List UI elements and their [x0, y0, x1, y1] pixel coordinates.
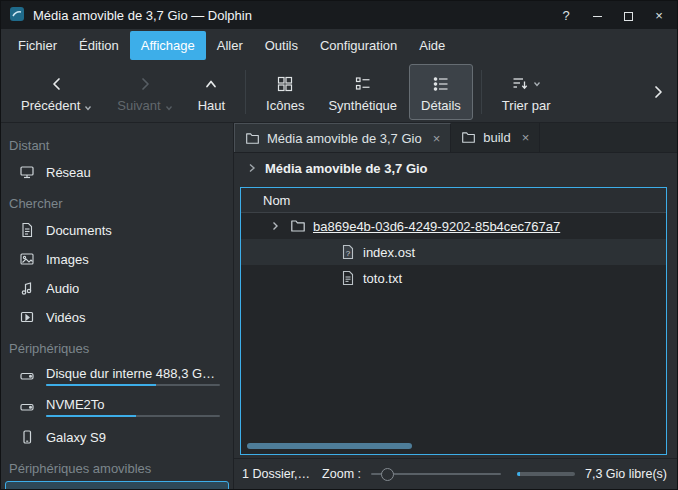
toolbar-overflow-button[interactable]	[647, 83, 669, 101]
horizontal-scrollbar[interactable]	[247, 443, 660, 449]
free-space-label: 7,3 Gio libre(s)	[585, 467, 667, 481]
eject-icon[interactable]	[207, 487, 220, 489]
sidebar-item-videos[interactable]: Vidéos	[5, 303, 229, 331]
folder-icon	[289, 218, 307, 234]
breadcrumb[interactable]: Média amovible de 3,7 Gio	[234, 153, 677, 183]
audio-icon	[18, 279, 36, 297]
menu-outils[interactable]: Outils	[254, 31, 309, 60]
dolphin-window: Média amovible de 3,7 Gio — Dolphin ? × …	[0, 0, 678, 490]
sidebar-item-images[interactable]: Images	[5, 245, 229, 273]
image-icon	[18, 250, 36, 268]
help-button[interactable]: ?	[559, 8, 573, 23]
menu-edition[interactable]: Édition	[68, 31, 130, 60]
maximize-button[interactable]	[621, 8, 635, 23]
file-row-toto-txt[interactable]: toto.txt	[241, 265, 666, 291]
tab-bar: Média amovible de 3,7 Gio × build ×	[234, 123, 677, 153]
sidebar-item-audio[interactable]: Audio	[5, 274, 229, 302]
back-button[interactable]: Précédent	[9, 64, 105, 120]
close-icon[interactable]: ×	[522, 130, 530, 145]
titlebar[interactable]: Média amovible de 3,7 Gio — Dolphin ? ×	[1, 1, 677, 29]
section-header-distant: Distant	[1, 129, 233, 157]
zoom-slider-handle[interactable]	[381, 468, 394, 481]
sidebar-item-label: Galaxy S9	[46, 430, 106, 445]
status-bar: 1 Dossier,…ers (99 o) Zoom : 7,3 Gio lib…	[234, 458, 677, 489]
toolbar-separator	[481, 70, 482, 114]
menu-affichage[interactable]: Affichage	[130, 31, 206, 60]
menu-fichier[interactable]: Fichier	[7, 31, 68, 60]
unknown-file-icon: ?	[339, 244, 357, 260]
sort-icon	[511, 75, 529, 93]
sidebar-item-documents[interactable]: Documents	[5, 216, 229, 244]
folder-icon	[245, 131, 260, 146]
expander-icon[interactable]	[267, 220, 283, 232]
menu-aide[interactable]: Aide	[408, 31, 456, 60]
minimize-icon	[593, 16, 602, 17]
forward-button[interactable]: Suivant	[105, 64, 185, 120]
column-header-nom[interactable]: Nom	[241, 188, 666, 213]
sidebar-item-label: NVME2To	[46, 397, 220, 412]
details-view-label: Détails	[421, 98, 461, 113]
maximize-icon	[624, 12, 633, 21]
folder-view[interactable]: Nom ba869e4b-03d6-4249-9202-85b4cec767a7…	[240, 187, 667, 455]
icons-view-label: Icônes	[266, 98, 304, 113]
network-icon	[18, 163, 36, 181]
sort-by-label: Trier par	[502, 98, 551, 113]
dropdown-caret-icon	[164, 103, 174, 113]
video-icon	[18, 308, 36, 326]
sidebar-item-label: Réseau	[46, 165, 91, 180]
sidebar-item-label: Audio	[46, 281, 79, 296]
chevron-right-icon	[649, 83, 667, 101]
chevron-up-icon	[202, 72, 220, 96]
dropdown-caret-icon	[532, 79, 542, 89]
document-icon	[18, 221, 36, 239]
compact-view-button[interactable]: Synthétique	[316, 64, 409, 120]
sidebar-item-nvme2to[interactable]: NVME2To	[5, 392, 229, 422]
icons-view-button[interactable]: Icônes	[254, 64, 316, 120]
phone-icon	[18, 428, 36, 446]
window-controls: ? ×	[559, 8, 669, 23]
up-label: Haut	[198, 98, 225, 113]
up-button[interactable]: Haut	[186, 64, 237, 120]
tab-media-amovible[interactable]: Média amovible de 3,7 Gio ×	[234, 123, 451, 152]
sidebar-item-disque-dur-interne[interactable]: Disque dur interne 488,3 G…	[5, 361, 229, 391]
tab-label: Média amovible de 3,7 Gio	[267, 131, 422, 146]
text-file-icon	[339, 270, 357, 286]
compact-view-icon	[354, 72, 372, 96]
menu-configuration[interactable]: Configuration	[309, 31, 408, 60]
section-header-chercher: Chercher	[1, 187, 233, 215]
chevron-right-icon	[136, 72, 154, 96]
close-button[interactable]: ×	[652, 8, 666, 23]
places-panel: Distant Réseau Chercher Documents Images	[1, 123, 234, 489]
zoom-label: Zoom :	[322, 467, 361, 481]
free-space-bar	[517, 472, 575, 476]
status-summary: 1 Dossier,…ers (99 o)	[242, 467, 312, 481]
chevron-right-icon	[246, 162, 258, 174]
file-name[interactable]: toto.txt	[363, 271, 402, 286]
sidebar-item-reseau[interactable]: Réseau	[5, 158, 229, 186]
sidebar-item-media-amovible[interactable]: Média amovible de 3,7 …	[5, 481, 229, 489]
disk-usage-bar	[46, 384, 220, 386]
section-header-peripheriques-amovibles: Périphériques amovibles	[1, 452, 233, 480]
sidebar-item-label: Disque dur interne 488,3 G…	[46, 366, 220, 381]
sidebar-item-label: Documents	[46, 223, 112, 238]
sidebar-item-galaxy-s9[interactable]: Galaxy S9	[5, 423, 229, 451]
menubar: Fichier Édition Affichage Aller Outils C…	[1, 29, 677, 62]
menu-aller[interactable]: Aller	[206, 31, 254, 60]
minimize-button[interactable]	[590, 8, 604, 23]
zoom-slider[interactable]	[371, 466, 501, 482]
main-toolbar: Précédent Suivant Haut Icônes	[1, 62, 677, 123]
breadcrumb-location[interactable]: Média amovible de 3,7 Gio	[265, 161, 428, 176]
tab-build[interactable]: build ×	[451, 123, 540, 152]
dropdown-caret-icon	[83, 103, 93, 113]
scrollbar-thumb[interactable]	[247, 443, 412, 449]
file-name[interactable]: index.ost	[363, 245, 415, 260]
file-name[interactable]: ba869e4b-03d6-4249-9202-85b4cec767a7	[313, 219, 560, 234]
file-row-index-ost[interactable]: ? index.ost	[241, 239, 666, 265]
sidebar-item-label: Vidéos	[46, 310, 86, 325]
details-view-button[interactable]: Détails	[409, 64, 473, 120]
svg-text:?: ?	[346, 249, 351, 258]
close-icon[interactable]: ×	[433, 131, 441, 146]
file-row-folder[interactable]: ba869e4b-03d6-4249-9202-85b4cec767a7	[241, 213, 666, 239]
sort-by-button[interactable]: Trier par	[490, 64, 563, 120]
toolbar-separator	[245, 70, 246, 114]
